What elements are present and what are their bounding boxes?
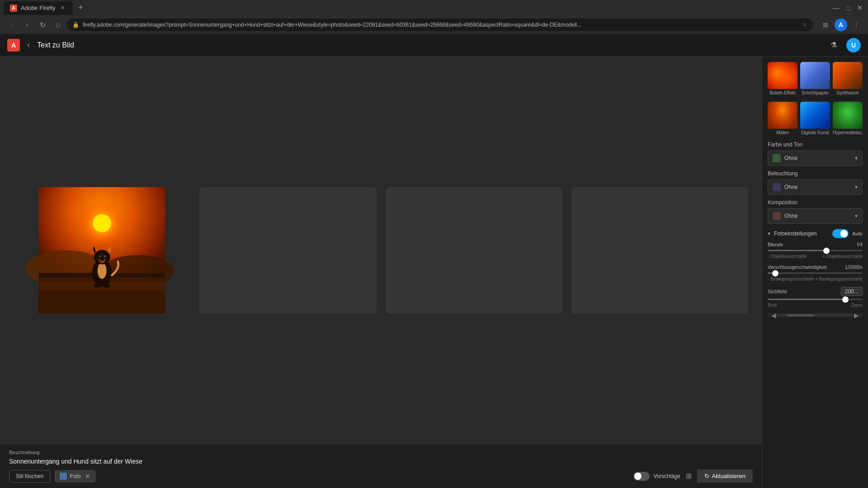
style-name-bokeh: Bokeh-Effekt <box>768 90 797 96</box>
new-tab-button[interactable]: + <box>75 2 87 14</box>
sichtfeld-thumb[interactable] <box>842 296 849 303</box>
verschluss-right-label: + Bewegungsunschärfe <box>815 277 863 282</box>
dog-sunset-image <box>14 187 190 314</box>
scroll-thumb[interactable] <box>787 314 814 316</box>
right-controls: Vorschläge ⊞ ↻ Aktualisieren <box>633 469 753 483</box>
style-thumb-bokeh <box>768 62 797 89</box>
blende-fill <box>768 250 826 251</box>
gallery-icon[interactable]: ⊞ <box>686 472 692 480</box>
address-bar[interactable]: 🔒 firefly.adobe.com/generate/images?prom… <box>67 19 813 31</box>
blende-slider[interactable] <box>768 250 863 251</box>
browser-chrome: A Adobe Firefly ✕ + — □ ✕ ‹ › ↻ ⌂ 🔒 fire… <box>0 0 868 34</box>
back-nav-button[interactable]: ‹ <box>5 19 18 31</box>
sichtfeld-label: Sichtfeld <box>768 289 787 294</box>
active-tab[interactable]: A Adobe Firefly ✕ <box>4 1 73 15</box>
address-text: firefly.adobe.com/generate/images?prompt… <box>83 22 799 28</box>
profile-icon[interactable]: A <box>835 19 847 31</box>
scroll-right-button[interactable]: ▶ <box>852 312 861 319</box>
verschluss-slider[interactable] <box>768 272 863 274</box>
style-card-synth[interactable]: Synthwave <box>833 62 863 96</box>
tab-title: Adobe Firefly <box>21 5 56 11</box>
svg-point-14 <box>100 256 101 257</box>
blende-left-label: - Objektivunschärfe <box>768 254 807 259</box>
beleuchtung-icon <box>773 183 781 191</box>
style-card-malen[interactable]: Malen <box>768 102 797 136</box>
farbe-ton-arrow: ▾ <box>855 155 858 161</box>
lock-icon: 🔒 <box>72 22 79 28</box>
sichtfeld-fill <box>768 299 845 300</box>
verschluss-labels: - Bewegungsunschärfe + Bewegungsunschärf… <box>768 277 863 282</box>
image-cell-2[interactable] <box>199 187 376 314</box>
image-cell-1[interactable] <box>14 187 190 314</box>
svg-point-15 <box>104 256 105 257</box>
image-cell-3[interactable] <box>386 187 562 314</box>
horizontal-scrollbar[interactable]: ◀ ▶ <box>768 313 863 317</box>
extensions-icon[interactable]: ⊞ <box>819 19 832 31</box>
menu-icon[interactable]: ⋮ <box>850 19 863 31</box>
nav-right-buttons: ⊞ A ⋮ <box>819 19 863 31</box>
tab-close-button[interactable]: ✕ <box>59 5 66 12</box>
style-name-schicht: Schichtpapier <box>800 90 830 96</box>
image-cell-4[interactable] <box>571 187 748 314</box>
back-button[interactable]: ‹ <box>25 38 32 52</box>
preview-toggle[interactable] <box>633 472 650 481</box>
header-right: ⚗ U <box>826 38 861 52</box>
blende-thumb[interactable] <box>823 248 830 254</box>
style-thumb-schicht <box>800 62 830 89</box>
auto-toggle[interactable] <box>832 229 849 238</box>
svg-point-9 <box>98 263 107 279</box>
scroll-track[interactable] <box>778 314 852 316</box>
sichtfeld-left-label: Breit <box>768 303 777 308</box>
style-card-schicht[interactable]: Schichtpapier <box>800 62 830 96</box>
style-badge-close-button[interactable]: ✕ <box>85 473 90 480</box>
reload-nav-button[interactable]: ↻ <box>36 19 49 31</box>
style-name-malen: Malen <box>768 130 797 136</box>
komposition-dropdown[interactable]: Ohne ▾ <box>768 208 863 224</box>
style-name-hyper: Hyperrealistisch <box>833 130 863 136</box>
fotoeinstellungen-header: ▾ Fotoeinstellungen Auto <box>768 229 863 238</box>
style-card-bokeh[interactable]: Bokeh-Effekt <box>768 62 797 96</box>
close-browser-button[interactable]: ✕ <box>855 2 864 14</box>
style-grid-row2: Malen Digitale Kunst Hyperrealistisch <box>768 102 863 136</box>
description-text: Sonnenuntergang und Hund sitzt auf der W… <box>9 458 753 465</box>
beleuchtung-dropdown[interactable]: Ohne ▾ <box>768 179 863 195</box>
sichtfeld-slider[interactable] <box>768 299 863 300</box>
verschluss-setting: Verschlussgeschwindigkeit 1/2000s - Bewe… <box>768 264 863 282</box>
blende-labels: - Objektivunschärfe + Objektivunschärfe <box>768 254 863 259</box>
farbe-ton-icon <box>773 154 781 162</box>
update-icon: ↻ <box>704 473 709 479</box>
style-card-digital[interactable]: Digitale Kunst <box>800 102 830 136</box>
adobe-logo: A <box>7 39 20 52</box>
sichtfeld-right-label: Zoom <box>851 303 863 308</box>
sichtfeld-value[interactable]: 200... <box>841 287 863 296</box>
auto-toggle-knob <box>840 230 848 237</box>
forward-nav-button[interactable]: › <box>21 19 33 31</box>
verschluss-left-label: - Bewegungsunschärfe <box>768 277 814 282</box>
preview-toggle-knob <box>634 473 642 480</box>
clear-style-button[interactable]: Stil löschen <box>9 470 50 483</box>
flask-icon[interactable]: ⚗ <box>826 38 841 52</box>
beleuchtung-arrow: ▾ <box>855 184 858 190</box>
home-nav-button[interactable]: ⌂ <box>52 19 64 31</box>
update-button[interactable]: ↻ Aktualisieren <box>697 469 753 483</box>
minimize-button[interactable]: — <box>830 2 841 14</box>
preview-toggle-container: Vorschläge <box>633 472 680 481</box>
svg-point-17 <box>100 258 104 260</box>
avatar[interactable]: U <box>846 38 861 52</box>
star-icon[interactable]: ☆ <box>802 22 807 28</box>
verschluss-thumb[interactable] <box>772 270 778 277</box>
image-grid <box>0 56 762 444</box>
style-thumb-synth <box>833 62 863 89</box>
maximize-button[interactable]: □ <box>844 2 852 14</box>
page-title: Text zu Bild <box>37 41 74 49</box>
blende-value: f/4 <box>857 242 863 247</box>
nav-bar: ‹ › ↻ ⌂ 🔒 firefly.adobe.com/generate/ima… <box>0 16 868 34</box>
scroll-left-button[interactable]: ◀ <box>769 312 778 319</box>
blende-setting: Blende f/4 - Objektivunschärfe + Objekti… <box>768 242 863 259</box>
farbe-ton-dropdown[interactable]: Ohne ▾ <box>768 150 863 166</box>
style-card-hyper[interactable]: Hyperrealistisch <box>833 102 863 136</box>
tab-favicon: A <box>10 5 17 12</box>
fotoeinstellungen-chevron[interactable]: ▾ <box>768 230 770 237</box>
right-panel: Bokeh-Effekt Schichtpapier Synthwave Mal… <box>762 56 868 488</box>
komposition-icon <box>773 212 781 220</box>
